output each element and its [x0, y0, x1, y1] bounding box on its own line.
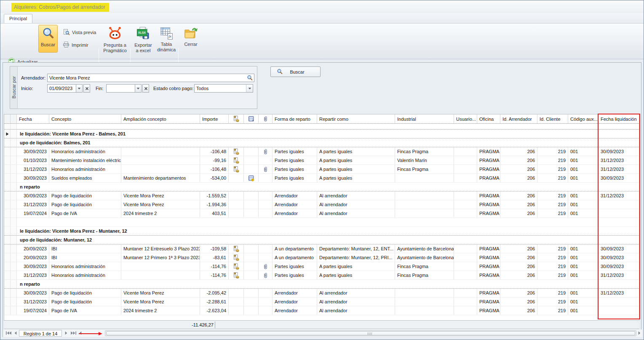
- cell-oficina[interactable]: PRAGMA: [477, 174, 500, 182]
- close-button[interactable]: [629, 4, 638, 11]
- cell-repartir[interactable]: Al arrendador: [317, 200, 395, 209]
- cell-codigo[interactable]: 001: [568, 200, 599, 209]
- cell-importe[interactable]: -114,76: [200, 271, 229, 279]
- column-header-calculator-icon[interactable]: [244, 114, 259, 123]
- cell-usuario[interactable]: [454, 271, 477, 279]
- cell-idc[interactable]: 219: [537, 262, 568, 271]
- group-row-level-2[interactable]: upo de liquidación: Muntaner, 12: [4, 236, 639, 244]
- voucher-icon[interactable]: [229, 253, 244, 262]
- cell-ida[interactable]: 206: [500, 271, 537, 279]
- cell-concepto[interactable]: Honorarios administración: [49, 271, 121, 279]
- cell-fliq[interactable]: [599, 200, 639, 209]
- cell-codigo[interactable]: 001: [568, 306, 599, 315]
- cell-fliq[interactable]: 31/12/2023: [599, 271, 639, 279]
- arrendador-input[interactable]: [47, 74, 254, 82]
- cell-industrial[interactable]: [395, 306, 454, 315]
- cell-importe[interactable]: -1.994,36: [200, 200, 229, 209]
- paperclip-icon[interactable]: [259, 262, 273, 271]
- cell-fecha[interactable]: 19/07/2024: [17, 306, 49, 315]
- cell-usuario[interactable]: [454, 289, 477, 297]
- cell-ic3-empty[interactable]: [259, 174, 273, 182]
- cell-ic3-empty[interactable]: [259, 191, 273, 200]
- cell-ampliacion[interactable]: Vicente Mora Perez: [121, 298, 200, 306]
- cell-ic1-empty[interactable]: [229, 209, 244, 218]
- column-header-industrial[interactable]: Industrial: [395, 114, 454, 123]
- cell-fliq[interactable]: 31/12/2023: [599, 165, 639, 173]
- cell-fliq[interactable]: 31/12/2023: [599, 156, 639, 165]
- cell-repartir[interactable]: Al arrendador: [317, 306, 395, 315]
- cell-oficina[interactable]: PRAGMA: [477, 298, 500, 306]
- cell-ampliacion[interactable]: [121, 156, 200, 165]
- first-record-icon[interactable]: [5, 331, 12, 335]
- cell-usuario[interactable]: [454, 262, 477, 271]
- voucher-icon[interactable]: [229, 271, 244, 279]
- cell-fecha[interactable]: 20/09/2023: [17, 253, 49, 262]
- cell-codigo[interactable]: 001: [568, 289, 599, 297]
- column-header-forma[interactable]: Forma de reparto: [273, 114, 317, 123]
- cell-concepto[interactable]: Pago de IVA: [49, 209, 121, 218]
- cell-concepto[interactable]: Honorarios administración: [49, 165, 121, 173]
- cell-industrial[interactable]: [395, 298, 454, 306]
- cell-concepto[interactable]: IBI: [49, 253, 121, 262]
- cell-ampliacion[interactable]: Vicente Mora Perez: [121, 191, 200, 200]
- cell-codigo[interactable]: 001: [568, 191, 599, 200]
- cell-ampliacion[interactable]: Muntaner 12 Entresuelo 3 Plazo 2023: [121, 244, 200, 253]
- next-record-icon[interactable]: [64, 331, 68, 335]
- cell-fecha[interactable]: 01/10/2023: [17, 156, 49, 165]
- cell-idc[interactable]: 219: [537, 165, 568, 173]
- cell-ic3-empty[interactable]: [259, 253, 273, 262]
- cell-ic1-empty[interactable]: [229, 174, 244, 182]
- cell-fecha[interactable]: 31/12/2023: [17, 200, 49, 209]
- inicio-dropdown-icon[interactable]: [76, 84, 83, 93]
- cell-ida[interactable]: 206: [500, 298, 537, 306]
- column-header-codigo[interactable]: Código aux...: [568, 114, 599, 123]
- cell-industrial[interactable]: Fincas Pragma: [395, 271, 454, 279]
- cell-oficina[interactable]: PRAGMA: [477, 209, 500, 218]
- column-header-fliq[interactable]: Fecha liquidación: [599, 114, 639, 123]
- scrollbar-thumb[interactable]: [106, 331, 635, 335]
- cell-ic1-empty[interactable]: [229, 306, 244, 315]
- cell-concepto[interactable]: Mantenimiento instalación eléctrica: [49, 156, 121, 165]
- cell-repartir[interactable]: Al arrendador: [317, 209, 395, 218]
- paperclip-icon[interactable]: [259, 165, 273, 173]
- fin-date-input[interactable]: [106, 84, 135, 93]
- group-row-level-1[interactable]: le liquidación: Vicente Mora Perez - Bal…: [4, 130, 639, 138]
- cell-repartir[interactable]: Al arrendador: [317, 191, 395, 200]
- group-row-level-1[interactable]: le liquidación: Vicente Mora Perez - Mun…: [4, 227, 639, 236]
- cell-idc[interactable]: 219: [537, 306, 568, 315]
- cell-industrial[interactable]: Fincas Pragma: [395, 165, 454, 173]
- cell-oficina[interactable]: PRAGMA: [477, 156, 500, 165]
- cell-importe[interactable]: -83,61: [200, 253, 229, 262]
- vista-previa-button[interactable]: Vista previa: [60, 27, 99, 37]
- cell-forma[interactable]: A un departamento: [273, 244, 317, 253]
- cell-codigo[interactable]: 001: [568, 244, 599, 253]
- cell-ic3-empty[interactable]: [259, 200, 273, 209]
- cell-oficina[interactable]: PRAGMA: [477, 147, 500, 156]
- group-row-level-2[interactable]: upo de liquidación: Balmes, 201: [4, 138, 639, 147]
- exportar-excel-button[interactable]: XLSX Exportar a excel: [132, 25, 155, 54]
- arrendador-search-icon[interactable]: [247, 75, 253, 81]
- imprimir-button[interactable]: Imprimir: [60, 40, 91, 50]
- cell-forma[interactable]: Arrendador: [273, 200, 317, 209]
- cell-concepto[interactable]: IBI: [49, 244, 121, 253]
- table-row[interactable]: 19/07/2024Pago de IVA2024 trimestre 2-2.…: [4, 306, 639, 315]
- restore-button[interactable]: [615, 4, 624, 11]
- column-header-usuario[interactable]: Usuario...: [454, 114, 477, 123]
- group-row-level-3[interactable]: n reparto: [4, 183, 639, 191]
- voucher-icon[interactable]: [229, 147, 244, 156]
- group-row-level-3[interactable]: n reparto: [4, 280, 639, 289]
- cell-importe[interactable]: -2.288,61: [200, 298, 229, 306]
- horizontal-scrollbar[interactable]: [105, 330, 636, 336]
- cell-usuario[interactable]: [454, 147, 477, 156]
- cell-usuario[interactable]: [454, 165, 477, 173]
- cell-concepto[interactable]: Pago de liquidación: [49, 289, 121, 297]
- cell-ida[interactable]: 206: [500, 253, 537, 262]
- voucher-icon[interactable]: [229, 262, 244, 271]
- cell-concepto[interactable]: Pago de liquidación: [49, 200, 121, 209]
- cell-fecha[interactable]: 30/09/2023: [17, 174, 49, 182]
- pregunta-pragmatico-button[interactable]: Pregunta a Pragmático: [101, 25, 129, 54]
- column-header-idc[interactable]: Id. Cliente: [537, 114, 568, 123]
- estado-select[interactable]: Todos: [194, 84, 253, 93]
- cell-industrial[interactable]: [395, 209, 454, 218]
- cell-fliq[interactable]: 31/12/2023: [599, 289, 639, 297]
